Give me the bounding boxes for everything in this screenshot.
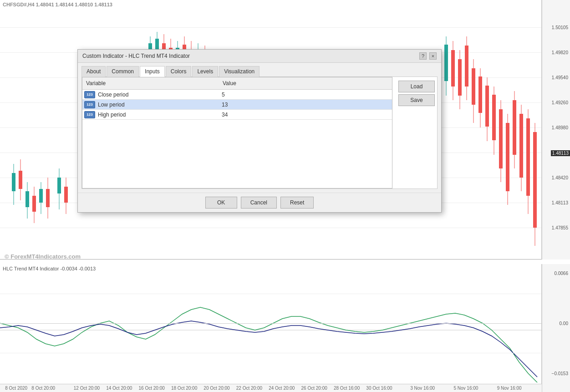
save-button[interactable]: Save: [398, 94, 435, 106]
row-value-0[interactable]: 5: [218, 91, 392, 99]
load-button[interactable]: Load: [398, 81, 435, 92]
ok-button[interactable]: OK: [205, 197, 237, 209]
row-name-1: Low period: [95, 101, 218, 109]
tab-visualization[interactable]: Visualization: [219, 66, 260, 77]
col-variable-header: Variable: [82, 79, 219, 87]
row-value-2[interactable]: 34: [218, 111, 392, 119]
row-icon-0: 123: [84, 91, 95, 98]
row-name-2: High period: [95, 111, 218, 119]
dialog-title: Custom Indicator - HLC Trend MT4 Indicat…: [82, 53, 190, 59]
cancel-button[interactable]: Cancel: [241, 197, 277, 209]
table-row[interactable]: 123 Close period 5: [82, 90, 392, 100]
row-icon-2: 123: [84, 111, 95, 118]
tab-about[interactable]: About: [81, 66, 106, 77]
side-buttons: Load Save: [396, 77, 437, 188]
tab-colors[interactable]: Colors: [166, 66, 192, 77]
tabs-bar: About Common Inputs Colors Levels Visual…: [78, 63, 441, 76]
tab-inputs[interactable]: Inputs: [140, 66, 165, 77]
dialog: Custom Indicator - HLC Trend MT4 Indicat…: [77, 49, 442, 213]
table-row[interactable]: 123 High period 34: [82, 110, 392, 120]
close-button[interactable]: ×: [429, 52, 437, 60]
table-empty-space: [82, 120, 392, 188]
row-name-0: Close period: [95, 91, 218, 99]
inputs-table: Variable Value 123 Close period 5 123 Lo…: [82, 77, 392, 188]
tab-common[interactable]: Common: [107, 66, 139, 77]
dialog-footer: OK Cancel Reset: [78, 193, 441, 212]
row-value-1[interactable]: 13: [218, 101, 392, 109]
table-row[interactable]: 123 Low period 13: [82, 100, 392, 110]
dialog-body: Variable Value 123 Close period 5 123 Lo…: [81, 76, 438, 189]
tab-levels[interactable]: Levels: [192, 66, 218, 77]
table-header: Variable Value: [82, 77, 392, 90]
help-button[interactable]: ?: [419, 52, 427, 60]
dialog-overlay: Custom Indicator - HLC Trend MT4 Indicat…: [0, 0, 570, 392]
dialog-titlebar: Custom Indicator - HLC Trend MT4 Indicat…: [78, 50, 441, 63]
row-icon-1: 123: [84, 101, 95, 108]
reset-button[interactable]: Reset: [280, 197, 314, 209]
dialog-controls: ? ×: [419, 52, 437, 60]
col-value-header: Value: [219, 79, 392, 87]
